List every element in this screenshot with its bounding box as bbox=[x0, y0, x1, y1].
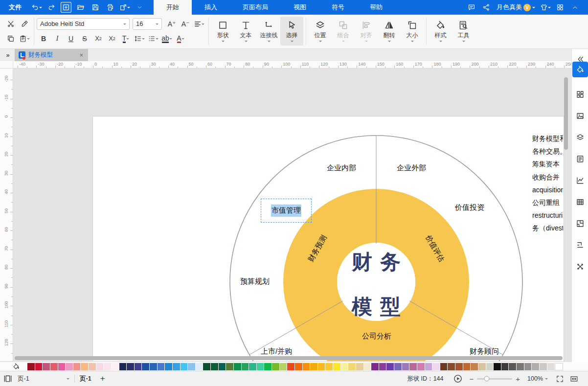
outer-ring-label[interactable]: 预算规划 bbox=[240, 277, 270, 286]
undo-button[interactable] bbox=[31, 0, 42, 15]
save-button[interactable] bbox=[90, 0, 101, 15]
italic-button[interactable]: I bbox=[51, 32, 64, 45]
ribbon-button-大小[interactable]: 大小 bbox=[401, 17, 424, 45]
smart-shape-button[interactable] bbox=[573, 259, 588, 274]
color-swatch[interactable] bbox=[379, 363, 386, 370]
ribbon-button-形状[interactable]: 形状 bbox=[211, 17, 234, 45]
color-swatch[interactable] bbox=[188, 363, 195, 370]
color-swatch[interactable] bbox=[432, 363, 440, 370]
outer-ring-label[interactable]: 企业内部 bbox=[327, 163, 356, 173]
color-swatch[interactable] bbox=[242, 363, 249, 370]
text-effect-caret-icon[interactable] bbox=[126, 38, 129, 41]
color-swatch[interactable] bbox=[501, 363, 509, 370]
color-swatch[interactable] bbox=[89, 363, 96, 370]
color-swatch[interactable] bbox=[104, 363, 111, 370]
color-swatch[interactable] bbox=[158, 363, 165, 370]
add-page-button[interactable]: + bbox=[100, 374, 105, 384]
color-swatch[interactable] bbox=[524, 363, 532, 370]
zoom-out-button[interactable]: − bbox=[466, 375, 477, 383]
zoom-slider[interactable] bbox=[477, 378, 512, 380]
play-presentation-icon[interactable] bbox=[453, 374, 463, 384]
subscript-button[interactable]: X2 bbox=[106, 32, 118, 45]
ribbon-button-位置[interactable]: 位置 bbox=[309, 17, 332, 45]
page-tab[interactable]: 页-1 bbox=[80, 375, 91, 383]
table-button[interactable] bbox=[573, 195, 588, 209]
apps-button[interactable] bbox=[555, 0, 565, 15]
connector-style-button[interactable] bbox=[573, 238, 588, 252]
grow-font-button[interactable]: A⁺ bbox=[165, 18, 178, 30]
color-swatch[interactable] bbox=[264, 363, 271, 370]
color-swatch[interactable] bbox=[448, 363, 455, 370]
font-color-button[interactable]: A bbox=[174, 32, 187, 45]
print-button[interactable] bbox=[105, 0, 115, 15]
color-swatch[interactable] bbox=[287, 363, 294, 370]
document-tab[interactable]: 财务模型 × bbox=[15, 49, 88, 61]
color-swatch[interactable] bbox=[142, 363, 149, 370]
ribbon-tab-5[interactable]: 符号 bbox=[319, 0, 357, 15]
color-swatch[interactable] bbox=[455, 363, 463, 370]
color-swatch[interactable] bbox=[318, 363, 325, 370]
color-swatch[interactable] bbox=[386, 363, 394, 370]
text-highlight-button[interactable]: ab bbox=[160, 32, 173, 45]
fullscreen-icon[interactable] bbox=[556, 375, 564, 383]
page-selector-dropdown[interactable]: 页-1 bbox=[16, 375, 69, 383]
zoom-in-button[interactable]: + bbox=[512, 375, 523, 383]
export-button[interactable] bbox=[119, 0, 130, 15]
ribbon-button-选择[interactable]: 选择 bbox=[280, 17, 303, 45]
color-swatch[interactable] bbox=[43, 363, 50, 370]
color-swatch[interactable] bbox=[540, 363, 547, 370]
fit-width-icon[interactable] bbox=[570, 375, 578, 383]
floorplan-button[interactable] bbox=[573, 216, 588, 231]
color-swatch[interactable] bbox=[371, 363, 379, 370]
color-swatch[interactable] bbox=[295, 363, 302, 370]
color-swatch[interactable] bbox=[173, 363, 180, 370]
color-swatch[interactable] bbox=[478, 363, 486, 370]
color-swatch[interactable] bbox=[234, 363, 241, 370]
copy-button[interactable] bbox=[4, 32, 17, 45]
font-family-select[interactable]: Adobe Heiti Std bbox=[37, 18, 130, 30]
color-swatch[interactable] bbox=[394, 363, 402, 370]
color-swatch[interactable] bbox=[517, 363, 524, 370]
cut-button[interactable] bbox=[4, 18, 17, 30]
color-swatch[interactable] bbox=[471, 363, 478, 370]
color-swatch[interactable] bbox=[112, 363, 119, 370]
ribbon-button-工具[interactable]: 工具 bbox=[452, 17, 475, 45]
color-swatch[interactable] bbox=[96, 363, 104, 370]
color-swatch[interactable] bbox=[73, 363, 81, 370]
color-swatch[interactable] bbox=[463, 363, 471, 370]
color-swatch[interactable] bbox=[66, 363, 73, 370]
color-swatch[interactable] bbox=[425, 363, 432, 370]
color-swatch[interactable] bbox=[272, 363, 279, 370]
ribbon-tab-6[interactable]: 帮助 bbox=[357, 0, 395, 15]
highlight-caret-icon[interactable] bbox=[169, 38, 172, 41]
color-swatch[interactable] bbox=[555, 363, 563, 370]
diagram-center-text[interactable]: 模型 bbox=[344, 293, 408, 320]
ring-segment-label[interactable]: 公司分析 bbox=[362, 332, 391, 341]
ribbon-button-连接线[interactable]: 连接线 bbox=[257, 17, 280, 45]
ribbon-button-样式[interactable]: 样式 bbox=[429, 17, 452, 45]
export-caret-icon[interactable] bbox=[127, 7, 130, 10]
color-swatch[interactable] bbox=[226, 363, 233, 370]
ribbon-tab-4[interactable]: 视图 bbox=[281, 0, 319, 15]
image-button[interactable] bbox=[573, 109, 588, 123]
color-swatch[interactable] bbox=[303, 363, 310, 370]
superscript-button[interactable]: X2 bbox=[92, 32, 105, 45]
color-swatch[interactable] bbox=[196, 363, 203, 370]
color-swatch[interactable] bbox=[50, 363, 58, 370]
color-swatch[interactable] bbox=[356, 363, 363, 370]
color-swatch[interactable] bbox=[494, 363, 501, 370]
color-swatch[interactable] bbox=[135, 363, 142, 370]
selected-text-highlight[interactable]: 市值管理 bbox=[271, 204, 301, 217]
strikethrough-button[interactable]: S bbox=[78, 32, 91, 45]
selected-text-shape[interactable]: 市值管理 bbox=[261, 199, 312, 223]
expand-left-panel-button[interactable]: » bbox=[0, 51, 15, 59]
chart-button[interactable] bbox=[573, 173, 588, 188]
zoom-caret-icon[interactable] bbox=[545, 378, 548, 381]
color-swatch[interactable] bbox=[440, 363, 448, 370]
fill-bucket-icon[interactable] bbox=[12, 363, 21, 370]
horizontal-scrollbar[interactable] bbox=[15, 356, 563, 360]
text-effect-button[interactable]: T bbox=[119, 32, 132, 45]
share-button[interactable] bbox=[481, 0, 492, 15]
ribbon-tab-2[interactable]: 插入 bbox=[192, 0, 230, 15]
color-swatch[interactable] bbox=[348, 363, 356, 370]
